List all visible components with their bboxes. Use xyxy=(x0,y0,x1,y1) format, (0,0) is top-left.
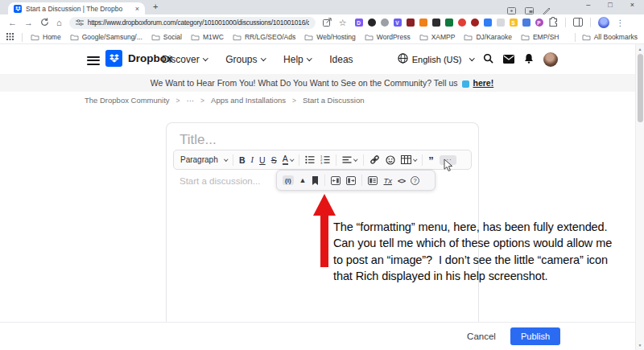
extension-icon[interactable] xyxy=(445,19,453,27)
annotation-line: Can you tell me which of these options w… xyxy=(333,235,612,251)
align-button[interactable] xyxy=(342,156,357,164)
extension-icon[interactable] xyxy=(497,19,505,27)
extension-icon[interactable] xyxy=(419,19,427,27)
hamburger-menu-icon[interactable] xyxy=(87,54,100,67)
bookmark-folder[interactable]: Social xyxy=(151,33,182,41)
extension-icon[interactable]: S xyxy=(510,19,518,27)
bulleted-list-button[interactable] xyxy=(305,155,315,164)
side-panel-icon[interactable] xyxy=(573,15,583,30)
tab-strip: Start a Discussion | The Dropbo × + – □ … xyxy=(0,0,644,14)
browser-menu-icon[interactable]: ⋮ xyxy=(617,19,625,27)
extension-icon[interactable]: V xyxy=(394,19,402,27)
breadcrumb-ellipsis[interactable]: ··· xyxy=(187,96,195,105)
back-button[interactable]: ← xyxy=(8,19,17,27)
extension-icon[interactable] xyxy=(458,19,466,27)
browser-profile-avatar[interactable] xyxy=(598,17,609,28)
language-selector[interactable]: English (US) xyxy=(398,53,473,65)
bookmark-folder[interactable]: Home xyxy=(31,33,61,41)
page-scrollbar[interactable]: ▲ ▼ xyxy=(635,44,644,350)
code-button[interactable]: <> xyxy=(398,176,405,185)
globe-icon xyxy=(398,53,408,65)
bold-button[interactable]: B xyxy=(239,155,246,165)
publish-button[interactable]: Publish xyxy=(510,327,560,345)
bookmark-star-icon[interactable]: ☆ xyxy=(339,19,347,27)
discussion-body-input[interactable]: Start a discussion... xyxy=(180,176,260,186)
bookmarks-bar: Home Google/Samsung/... Social M1WC RR/L… xyxy=(0,31,644,44)
extension-icon[interactable]: P xyxy=(535,19,543,27)
scrollbar-up-icon[interactable]: ▲ xyxy=(636,47,644,51)
address-bar[interactable]: https://www.dropboxforum.com/category/10… xyxy=(69,17,316,29)
extension-icon[interactable] xyxy=(522,19,530,27)
extension-icon[interactable] xyxy=(407,19,415,27)
bookmark-folder[interactable]: EMP/SH xyxy=(521,33,559,41)
dropbox-favicon-icon xyxy=(14,5,22,13)
bookmark-folder[interactable]: XAMPP xyxy=(419,33,456,41)
warning-button[interactable]: ▲ xyxy=(299,176,307,184)
extension-icon[interactable] xyxy=(471,19,479,27)
all-bookmarks-button[interactable]: All Bookmarks xyxy=(582,33,638,41)
user-avatar[interactable] xyxy=(543,52,558,67)
cancel-button[interactable]: Cancel xyxy=(467,331,496,341)
extensions-row: D V S P xyxy=(355,15,558,30)
image-inline-button[interactable] xyxy=(368,176,378,185)
extension-icon[interactable] xyxy=(368,19,376,27)
new-tab-button[interactable]: + xyxy=(153,2,158,11)
window-minimize-button[interactable]: – xyxy=(586,1,590,9)
extensions-puzzle-icon[interactable] xyxy=(548,15,558,30)
bookmark-button[interactable] xyxy=(312,176,319,185)
banner-here-link[interactable]: here! xyxy=(473,78,494,88)
bookmark-folder[interactable]: Google/Samsung/... xyxy=(70,33,142,41)
tab-close-icon[interactable]: × xyxy=(135,5,139,13)
share-icon[interactable] xyxy=(323,15,332,30)
scrollbar-thumb[interactable] xyxy=(638,54,643,122)
image-align-left-button[interactable] xyxy=(331,176,341,185)
text-color-button[interactable]: A xyxy=(283,154,294,166)
banner-text: We Want to Hear From You! What Do You Wa… xyxy=(151,78,458,88)
search-icon[interactable] xyxy=(483,52,493,67)
browser-tab[interactable]: Start a Discussion | The Dropbo × xyxy=(8,2,145,14)
extension-icon[interactable] xyxy=(381,19,389,27)
title-input[interactable]: Title... xyxy=(180,132,217,148)
italic-button[interactable]: I xyxy=(251,155,254,164)
scrollbar-down-icon[interactable]: ▼ xyxy=(636,343,644,348)
home-button[interactable]: ⌂ xyxy=(56,19,62,27)
image-align-right-button[interactable] xyxy=(346,176,356,185)
emoji-button[interactable] xyxy=(386,155,395,165)
bookmark-folder[interactable]: DJ/Karaoke xyxy=(464,33,511,41)
breadcrumb-category[interactable]: Apps and Installations xyxy=(211,96,286,105)
spoiler-button[interactable]: (i) xyxy=(283,175,294,185)
underline-button[interactable]: U xyxy=(259,155,266,165)
extension-icon[interactable] xyxy=(484,19,492,27)
bookmark-folder[interactable]: WordPress xyxy=(365,33,411,41)
extension-icon[interactable] xyxy=(432,19,440,27)
toolbar-divider xyxy=(590,18,591,27)
site-settings-icon[interactable] xyxy=(76,15,84,30)
nav-ideas[interactable]: Ideas xyxy=(329,54,353,65)
paragraph-style-dropdown[interactable]: Paragraph xyxy=(180,155,227,164)
clear-formatting-button[interactable]: Tx xyxy=(383,176,392,185)
annotation-line: that Rich displayed in his help screensh… xyxy=(333,268,612,284)
extension-icon[interactable]: D xyxy=(355,19,363,27)
mail-icon[interactable] xyxy=(503,52,514,67)
quote-button[interactable]: ” xyxy=(428,154,434,167)
nav-discover[interactable]: Discover xyxy=(162,54,207,65)
bell-icon[interactable] xyxy=(524,52,534,67)
nav-groups[interactable]: Groups xyxy=(225,54,265,65)
help-button[interactable]: ? xyxy=(411,176,419,185)
bookmark-folder[interactable]: Web/Hosting xyxy=(304,33,356,41)
breadcrumb-separator: > xyxy=(200,97,204,105)
bookmark-folder[interactable]: M1WC xyxy=(191,33,224,41)
refresh-button[interactable] xyxy=(40,18,49,28)
editor-footer: Cancel Publish xyxy=(0,322,635,350)
link-button[interactable] xyxy=(369,154,380,165)
table-button[interactable] xyxy=(401,155,417,164)
nav-help[interactable]: Help xyxy=(283,54,311,65)
numbered-list-button[interactable]: 123 xyxy=(320,155,330,164)
bookmark-folder[interactable]: RR/LG/SEO/Ads xyxy=(233,33,295,41)
apps-grid-icon[interactable] xyxy=(6,33,14,42)
strikethrough-button[interactable]: S xyxy=(271,155,277,165)
breadcrumb-community[interactable]: The Dropbox Community xyxy=(85,96,170,105)
window-close-button[interactable]: × xyxy=(630,1,634,9)
forward-button[interactable]: → xyxy=(24,19,33,27)
window-maximize-button[interactable]: □ xyxy=(608,1,612,9)
